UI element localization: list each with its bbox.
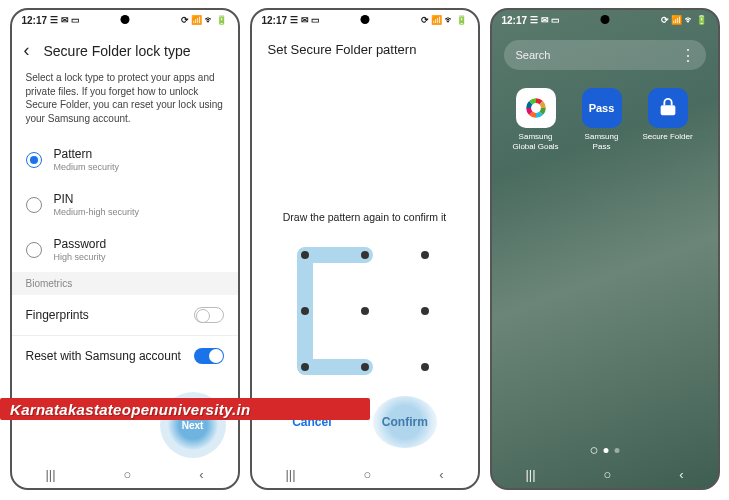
confirm-label: Confirm [382, 415, 428, 429]
app-grid: Samsung Global Goals Pass Samsung Pass S… [492, 76, 718, 163]
pattern-dot[interactable] [301, 307, 309, 315]
status-time: 12:17 [262, 15, 288, 26]
radio-icon [26, 197, 42, 213]
pass-icon: Pass [582, 88, 622, 128]
status-left-icons: ☰ ✉ ▭ [530, 15, 560, 25]
option-password[interactable]: Password High security [12, 227, 238, 272]
nav-back-icon[interactable]: ‹ [199, 467, 203, 482]
page-description: Select a lock type to protect your apps … [12, 67, 238, 137]
nav-recent-icon[interactable]: ||| [285, 467, 295, 482]
nav-home-icon[interactable]: ○ [603, 467, 611, 482]
option-sublabel: Medium security [54, 162, 120, 172]
status-time: 12:17 [502, 15, 528, 26]
page-dot[interactable] [603, 448, 608, 453]
page-title: Secure Folder lock type [44, 43, 191, 59]
nav-back-icon[interactable]: ‹ [679, 467, 683, 482]
nav-recent-icon[interactable]: ||| [525, 467, 535, 482]
pattern-dot[interactable] [361, 251, 369, 259]
app-secure-folder[interactable]: Secure Folder [642, 88, 694, 151]
pattern-instruction: Draw the pattern again to confirm it [252, 211, 478, 223]
nav-back-icon[interactable]: ‹ [439, 467, 443, 482]
pattern-dot[interactable] [301, 251, 309, 259]
svg-rect-0 [660, 105, 675, 115]
confirm-button[interactable]: Confirm [373, 396, 437, 448]
header: ‹ Secure Folder lock type [12, 30, 238, 67]
camera-hole [360, 15, 369, 24]
fingerprints-label: Fingerprints [26, 308, 89, 322]
search-bar[interactable]: Search ⋮ [504, 40, 706, 70]
page-title: Set Secure Folder pattern [252, 30, 478, 61]
app-label: Secure Folder [642, 132, 692, 142]
status-right-icons: ⟳ 📶 ᯤ 🔋 [181, 15, 228, 25]
camera-hole [600, 15, 609, 24]
option-label: Pattern [54, 147, 120, 161]
more-icon[interactable]: ⋮ [680, 46, 694, 65]
option-pattern[interactable]: Pattern Medium security [12, 137, 238, 182]
pattern-grid[interactable] [290, 241, 440, 381]
watermark-banner: Karnatakastateopenuniversity.in [0, 398, 370, 420]
app-samsung-pass[interactable]: Pass Samsung Pass [576, 88, 628, 151]
radio-icon [26, 152, 42, 168]
status-bar: 12:17 ☰ ✉ ▭ ⟳ 📶 ᯤ 🔋 [252, 10, 478, 30]
folder-icon [648, 88, 688, 128]
pattern-dot[interactable] [361, 307, 369, 315]
camera-hole [120, 15, 129, 24]
goals-icon [516, 88, 556, 128]
fingerprints-row[interactable]: Fingerprints [12, 295, 238, 335]
app-samsung-global-goals[interactable]: Samsung Global Goals [510, 88, 562, 151]
page-dot-home-icon[interactable] [590, 447, 597, 454]
toggle-on-icon[interactable] [194, 348, 224, 364]
back-icon[interactable]: ‹ [24, 40, 30, 61]
phone-app-drawer: 12:17 ☰ ✉ ▭ ⟳ 📶 ᯤ 🔋 Search ⋮ [490, 8, 720, 490]
toggle-off-icon[interactable] [194, 307, 224, 323]
app-label: Samsung Pass [576, 132, 628, 151]
reset-label: Reset with Samsung account [26, 349, 181, 363]
nav-bar: ||| ○ ‹ [12, 460, 238, 488]
radio-icon [26, 242, 42, 258]
watermark-text: Karnatakastateopenuniversity.in [10, 401, 251, 418]
nav-home-icon[interactable]: ○ [123, 467, 131, 482]
biometrics-header: Biometrics [12, 272, 238, 295]
pattern-dot[interactable] [421, 363, 429, 371]
option-pin[interactable]: PIN Medium-high security [12, 182, 238, 227]
status-time: 12:17 [22, 15, 48, 26]
status-left-icons: ☰ ✉ ▭ [290, 15, 320, 25]
pattern-dot[interactable] [301, 363, 309, 371]
search-placeholder: Search [516, 49, 551, 61]
option-label: PIN [54, 192, 140, 206]
page-indicator [590, 447, 619, 454]
pattern-dot[interactable] [421, 307, 429, 315]
nav-home-icon[interactable]: ○ [363, 467, 371, 482]
status-bar: 12:17 ☰ ✉ ▭ ⟳ 📶 ᯤ 🔋 [492, 10, 718, 30]
nav-bar: ||| ○ ‹ [492, 460, 718, 488]
nav-bar: ||| ○ ‹ [252, 460, 478, 488]
option-sublabel: Medium-high security [54, 207, 140, 217]
pattern-dot[interactable] [421, 251, 429, 259]
option-label: Password [54, 237, 107, 251]
option-sublabel: High security [54, 252, 107, 262]
status-right-icons: ⟳ 📶 ᯤ 🔋 [421, 15, 468, 25]
nav-recent-icon[interactable]: ||| [45, 467, 55, 482]
status-bar: 12:17 ☰ ✉ ▭ ⟳ 📶 ᯤ 🔋 [12, 10, 238, 30]
reset-row[interactable]: Reset with Samsung account [12, 336, 238, 376]
pattern-dot[interactable] [361, 363, 369, 371]
next-label: Next [182, 420, 204, 431]
page-dot[interactable] [614, 448, 619, 453]
status-left-icons: ☰ ✉ ▭ [50, 15, 80, 25]
status-right-icons: ⟳ 📶 ᯤ 🔋 [661, 15, 708, 25]
app-label: Samsung Global Goals [510, 132, 562, 151]
